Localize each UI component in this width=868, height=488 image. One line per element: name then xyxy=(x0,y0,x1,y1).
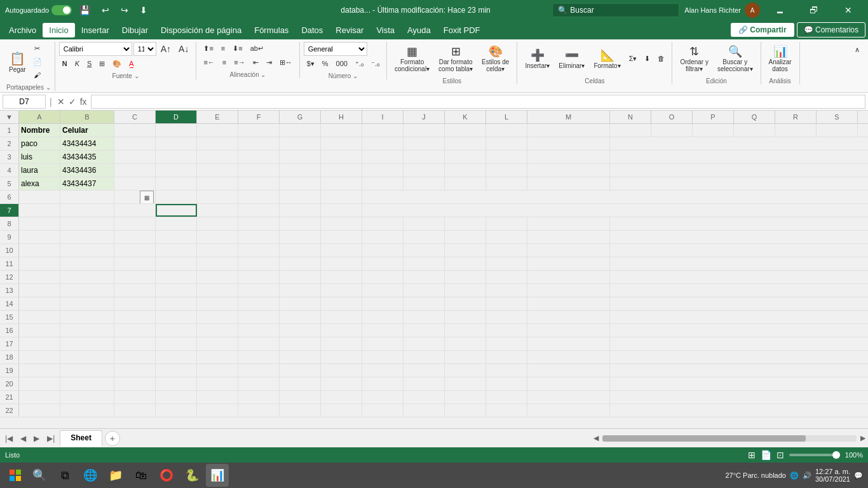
cell-f18[interactable] xyxy=(238,351,280,363)
col-header-o[interactable]: O xyxy=(651,111,693,123)
cell-f16[interactable] xyxy=(238,324,280,337)
cell-m2[interactable] xyxy=(527,137,610,150)
menu-formulas[interactable]: Fórmulas xyxy=(248,23,295,37)
cell-l2[interactable] xyxy=(486,137,527,150)
analizar-datos-button[interactable]: 📊 Analizar datos xyxy=(765,42,796,75)
cell-f21[interactable] xyxy=(238,391,280,403)
cell-d13[interactable] xyxy=(156,284,197,297)
python-icon[interactable]: 🐍 xyxy=(180,464,203,487)
cell-j19[interactable] xyxy=(403,364,445,377)
cell-i18[interactable] xyxy=(362,351,403,363)
cell-m14[interactable] xyxy=(527,297,610,310)
cell-j1[interactable] xyxy=(403,124,445,137)
cell-d1[interactable] xyxy=(156,124,197,137)
col-header-f[interactable]: F xyxy=(238,111,280,123)
cell-g5[interactable] xyxy=(280,177,321,190)
cell-m3[interactable] xyxy=(527,151,610,163)
sheet-tab-sheet1[interactable]: Sheet xyxy=(60,430,102,447)
cell-b21[interactable] xyxy=(60,391,114,403)
cell-f15[interactable] xyxy=(238,311,280,323)
cell-d22[interactable] xyxy=(156,404,197,417)
align-left-button[interactable]: ≡← xyxy=(200,56,217,69)
copiar-button[interactable]: 📄 xyxy=(30,55,45,68)
cell-i3[interactable] xyxy=(362,151,403,163)
cell-b14[interactable] xyxy=(60,297,114,310)
cell-f7[interactable] xyxy=(238,204,280,217)
cell-k20[interactable] xyxy=(445,377,486,390)
cell-f1[interactable] xyxy=(238,124,280,137)
row-number-7[interactable]: 7 xyxy=(0,204,19,217)
align-bottom-button[interactable]: ⬇≡ xyxy=(229,42,245,55)
cell-m18[interactable] xyxy=(527,351,610,363)
cell-h20[interactable] xyxy=(321,377,362,390)
share-button[interactable]: 🔗 Compartir xyxy=(731,23,794,37)
cell-c17[interactable] xyxy=(114,337,156,350)
col-header-a[interactable]: A xyxy=(19,111,60,123)
align-right-button[interactable]: ≡→ xyxy=(231,56,248,69)
cell-m12[interactable] xyxy=(527,271,610,283)
menu-dibujar[interactable]: Dibujar xyxy=(116,23,154,37)
cell-b2[interactable]: 43434434 xyxy=(60,137,114,150)
row-number-3[interactable]: 3 xyxy=(0,151,19,163)
cell-l18[interactable] xyxy=(486,351,527,363)
menu-vista[interactable]: Vista xyxy=(370,23,401,37)
increase-font-button[interactable]: A↑ xyxy=(158,43,174,55)
cell-g13[interactable] xyxy=(280,284,321,297)
eliminar-button[interactable]: ➖ Eliminar▾ xyxy=(555,42,588,75)
cell-e8[interactable] xyxy=(197,217,238,230)
row-number-2[interactable]: 2 xyxy=(0,137,19,150)
cell-j18[interactable] xyxy=(403,351,445,363)
cell-m22[interactable] xyxy=(527,404,610,417)
undo-icon[interactable]: ↩ xyxy=(98,4,113,17)
menu-inicio[interactable]: Inicio xyxy=(43,23,74,37)
notification-icon[interactable]: 💬 xyxy=(854,471,863,480)
cell-i22[interactable] xyxy=(362,404,403,417)
cell-i19[interactable] xyxy=(362,364,403,377)
copiar-formato-button[interactable]: 🖌 xyxy=(30,69,45,81)
cell-a9[interactable] xyxy=(19,231,60,243)
cell-f20[interactable] xyxy=(238,377,280,390)
cell-k11[interactable] xyxy=(445,257,486,270)
cell-j10[interactable] xyxy=(403,244,445,257)
cell-k1[interactable] xyxy=(445,124,486,137)
cell-g17[interactable] xyxy=(280,337,321,350)
minimize-button[interactable]: 🗕 xyxy=(765,0,794,20)
cell-f17[interactable] xyxy=(238,337,280,350)
bold-button[interactable]: N xyxy=(59,57,71,70)
cell-g9[interactable] xyxy=(280,231,321,243)
cell-c13[interactable] xyxy=(114,284,156,297)
currency-button[interactable]: $▾ xyxy=(304,57,318,70)
cell-j17[interactable] xyxy=(403,337,445,350)
decrease-font-button[interactable]: A↓ xyxy=(175,43,192,55)
cell-i20[interactable] xyxy=(362,377,403,390)
cell-c4[interactable] xyxy=(114,164,156,177)
cell-g16[interactable] xyxy=(280,324,321,337)
cell-l11[interactable] xyxy=(486,257,527,270)
cell-m10[interactable] xyxy=(527,244,610,257)
cell-b1[interactable]: Celular xyxy=(60,124,114,137)
cell-h6[interactable] xyxy=(321,191,362,203)
cell-e5[interactable] xyxy=(197,177,238,190)
cell-l14[interactable] xyxy=(486,297,527,310)
cell-f11[interactable] xyxy=(238,257,280,270)
cell-f22[interactable] xyxy=(238,404,280,417)
dec-dec-button[interactable]: ⁻.₀ xyxy=(368,57,383,70)
sheet-nav-next[interactable]: ▶ xyxy=(31,433,42,444)
cell-c3[interactable] xyxy=(114,151,156,163)
cell-g8[interactable] xyxy=(280,217,321,230)
cell-b15[interactable] xyxy=(60,311,114,323)
cell-k22[interactable] xyxy=(445,404,486,417)
row-number-18[interactable]: 18 xyxy=(0,351,19,363)
cell-f5[interactable] xyxy=(238,177,280,190)
cell-j11[interactable] xyxy=(403,257,445,270)
row-number-8[interactable]: 8 xyxy=(0,217,19,230)
cell-d3[interactable] xyxy=(156,151,197,163)
col-header-b[interactable]: B xyxy=(60,111,114,123)
cell-m17[interactable] xyxy=(527,337,610,350)
edge-icon[interactable]: 🌐 xyxy=(79,464,102,487)
cell-h1[interactable] xyxy=(321,124,362,137)
cell-a1[interactable]: Nombre xyxy=(19,124,60,137)
excel-icon[interactable]: 📊 xyxy=(206,464,229,487)
cell-c9[interactable] xyxy=(114,231,156,243)
font-name-select[interactable]: Calibri xyxy=(59,42,132,56)
